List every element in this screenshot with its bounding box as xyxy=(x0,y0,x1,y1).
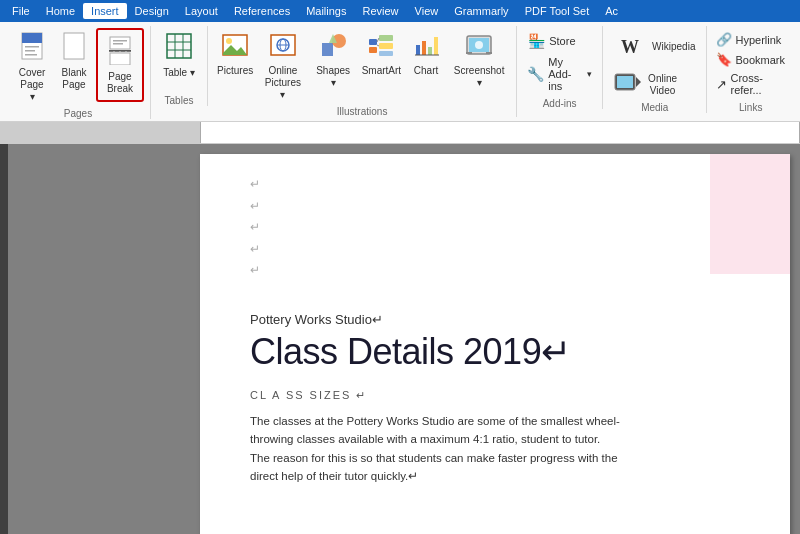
pictures-button[interactable]: Pictures xyxy=(214,28,256,80)
smartart-button[interactable]: SmartArt xyxy=(359,28,404,80)
page-break-bar xyxy=(0,144,8,534)
wikipedia-label: Wikipedia xyxy=(652,41,695,53)
page-break-button[interactable]: PageBreak xyxy=(100,32,140,98)
ribbon-group-tables: Table ▾ Tables xyxy=(151,26,208,106)
svg-rect-9 xyxy=(110,53,130,65)
menu-insert[interactable]: Insert xyxy=(83,3,127,19)
menu-layout[interactable]: Layout xyxy=(177,3,226,19)
menu-references[interactable]: References xyxy=(226,3,298,19)
menu-ac[interactable]: Ac xyxy=(597,3,626,19)
svg-rect-29 xyxy=(379,35,393,41)
cover-page-button[interactable]: CoverPage ▾ xyxy=(12,28,52,106)
menu-design[interactable]: Design xyxy=(127,3,177,19)
svg-rect-11 xyxy=(113,43,123,45)
illustrations-group-label: Illustrations xyxy=(337,106,388,117)
menu-review[interactable]: Review xyxy=(355,3,407,19)
ribbon-group-pages: CoverPage ▾ BlankPage xyxy=(6,26,151,119)
svg-rect-31 xyxy=(379,51,393,56)
return-mark-5: ↵ xyxy=(250,260,750,282)
chart-label: Chart xyxy=(414,65,438,77)
doc-pink-corner xyxy=(710,154,790,274)
cover-page-label: CoverPage ▾ xyxy=(17,67,47,103)
pictures-label: Pictures xyxy=(217,65,253,77)
menu-home[interactable]: Home xyxy=(38,3,83,19)
ruler-main xyxy=(200,122,800,143)
bookmark-button[interactable]: 🔖 Bookmark xyxy=(713,50,788,69)
cross-reference-button[interactable]: ↗ Cross-refer... xyxy=(713,70,788,98)
cross-reference-icon: ↗ xyxy=(716,77,727,92)
svg-rect-30 xyxy=(379,43,393,49)
document-page[interactable]: ↵ ↵ ↵ ↵ ↵ Pottery Works Studio↵ Class De… xyxy=(200,154,790,534)
shapes-button[interactable]: Shapes ▾ xyxy=(310,28,357,92)
screenshot-icon xyxy=(465,31,493,63)
svg-rect-27 xyxy=(369,39,377,45)
svg-point-41 xyxy=(475,41,483,49)
svg-line-32 xyxy=(377,38,379,42)
svg-line-33 xyxy=(377,45,379,46)
ribbon-group-illustrations: Pictures OnlinePictures ▾ xyxy=(208,26,517,117)
screenshot-button[interactable]: Screenshot ▾ xyxy=(448,28,510,92)
ribbon: CoverPage ▾ BlankPage xyxy=(0,22,800,122)
return-mark-2: ↵ xyxy=(250,196,750,218)
svg-rect-1 xyxy=(22,33,42,43)
online-video-button[interactable]: OnlineVideo xyxy=(609,70,682,100)
store-label: Store xyxy=(549,35,575,47)
chart-button[interactable]: Chart xyxy=(406,28,446,80)
hyperlink-icon: 🔗 xyxy=(716,32,732,47)
svg-rect-34 xyxy=(416,45,420,55)
chart-icon xyxy=(412,31,440,63)
return-mark-4: ↵ xyxy=(250,239,750,261)
bookmark-icon: 🔖 xyxy=(716,52,732,67)
links-group-label: Links xyxy=(739,102,762,113)
ruler-left xyxy=(0,122,200,143)
menu-pdftoolset[interactable]: PDF Tool Set xyxy=(517,3,598,19)
tables-group-label: Tables xyxy=(165,95,194,106)
hyperlink-label: Hyperlink xyxy=(735,34,781,46)
blank-page-label: BlankPage xyxy=(61,67,86,91)
left-panel xyxy=(0,144,200,534)
svg-marker-46 xyxy=(636,77,641,87)
svg-rect-24 xyxy=(322,43,333,56)
table-icon xyxy=(164,31,194,65)
document-area: ↵ ↵ ↵ ↵ ↵ Pottery Works Studio↵ Class De… xyxy=(0,144,800,534)
return-mark-3: ↵ xyxy=(250,217,750,239)
ruler xyxy=(0,122,800,144)
menu-file[interactable]: File xyxy=(4,3,38,19)
menu-view[interactable]: View xyxy=(407,3,447,19)
pictures-icon xyxy=(221,31,249,63)
screenshot-label: Screenshot ▾ xyxy=(453,65,505,89)
wikipedia-button[interactable]: W Wikipedia xyxy=(609,28,700,66)
my-addins-label: My Add-ins xyxy=(548,56,583,92)
pages-group-label: Pages xyxy=(64,108,92,119)
cross-reference-label: Cross-refer... xyxy=(730,72,785,96)
bookmark-label: Bookmark xyxy=(735,54,785,66)
blank-page-icon xyxy=(60,31,88,65)
my-addins-button[interactable]: 🔧 My Add-ins ▾ xyxy=(523,54,596,94)
svg-rect-10 xyxy=(113,40,127,42)
online-pictures-icon xyxy=(269,31,297,63)
blank-page-button[interactable]: BlankPage xyxy=(54,28,94,94)
online-pictures-button[interactable]: OnlinePictures ▾ xyxy=(258,28,307,104)
table-button[interactable]: Table ▾ xyxy=(157,28,201,82)
hyperlink-button[interactable]: 🔗 Hyperlink xyxy=(713,30,788,49)
svg-rect-4 xyxy=(25,54,37,56)
return-marks: ↵ ↵ ↵ ↵ ↵ xyxy=(250,174,750,282)
wikipedia-icon: W xyxy=(614,31,646,63)
svg-rect-43 xyxy=(486,52,492,54)
ribbon-group-addins: 🏪 Store 🔧 My Add-ins ▾ Add-ins xyxy=(517,26,603,109)
online-video-icon xyxy=(614,73,642,97)
svg-rect-35 xyxy=(422,41,426,55)
return-mark-1: ↵ xyxy=(250,174,750,196)
shapes-label: Shapes ▾ xyxy=(315,65,352,89)
online-pictures-label: OnlinePictures ▾ xyxy=(263,65,302,101)
doc-section-label: CL A SS SIZES ↵ xyxy=(250,389,750,402)
menu-bar: File Home Insert Design Layout Reference… xyxy=(0,0,800,22)
my-addins-icon: 🔧 xyxy=(527,65,544,83)
svg-rect-5 xyxy=(64,33,84,59)
menu-grammarly[interactable]: Grammarly xyxy=(446,3,516,19)
page-break-icon xyxy=(106,35,134,69)
svg-point-18 xyxy=(226,38,232,44)
menu-mailings[interactable]: Mailings xyxy=(298,3,354,19)
svg-rect-42 xyxy=(466,52,472,54)
store-button[interactable]: 🏪 Store xyxy=(523,30,596,52)
